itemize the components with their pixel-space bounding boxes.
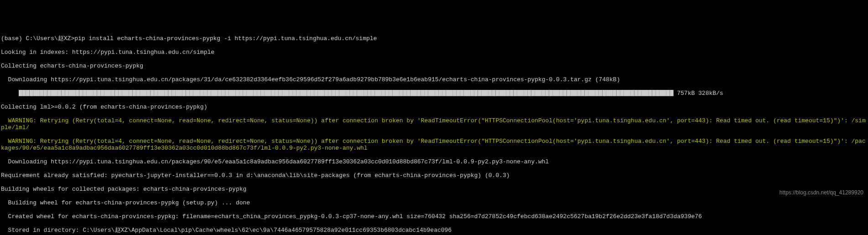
progress-label: 757kB 328kB/s: [673, 90, 723, 97]
progress-line: ████████████████████████████████████████…: [1, 90, 868, 97]
output-building-1: Building wheels for collected packages: …: [1, 186, 868, 193]
command-text: pip install echarts-china-provinces-pypk…: [74, 35, 377, 42]
progress-bar: ████████████████████████████████████████…: [19, 90, 673, 97]
warning-line-1: WARNING: Retrying (Retry(total=4, connec…: [1, 117, 868, 131]
prompt-prefix: (base) C:\Users\赵XZ>: [1, 35, 74, 42]
output-downloading-2: Downloading https://pypi.tuna.tsinghua.e…: [1, 158, 868, 165]
output-created-wheel: Created wheel for echarts-china-province…: [1, 213, 868, 220]
watermark-text: https://blog.csdn.net/qq_41289920: [780, 189, 863, 196]
terminal-window[interactable]: (base) C:\Users\赵XZ>pip install echarts-…: [0, 27, 868, 235]
prompt-line-1: (base) C:\Users\赵XZ>pip install echarts-…: [1, 35, 868, 42]
output-downloading-1: Downloading https://pypi.tuna.tsinghua.e…: [1, 76, 868, 83]
output-indexes: Looking in indexes: https://pypi.tuna.ts…: [1, 49, 868, 56]
output-collecting-1: Collecting echarts-china-provinces-pypkg: [1, 63, 868, 69]
warning-line-2: WARNING: Retrying (Retry(total=4, connec…: [1, 138, 868, 151]
output-requirement: Requirement already satisfied: pyecharts…: [1, 172, 868, 179]
progress-indent: [1, 90, 19, 97]
output-building-2: Building wheel for echarts-china-provinc…: [1, 199, 868, 206]
output-collecting-2: Collecting lml>=0.0.2 (from echarts-chin…: [1, 104, 868, 110]
output-stored: Stored in directory: C:\Users\赵XZ\AppDat…: [1, 227, 868, 234]
